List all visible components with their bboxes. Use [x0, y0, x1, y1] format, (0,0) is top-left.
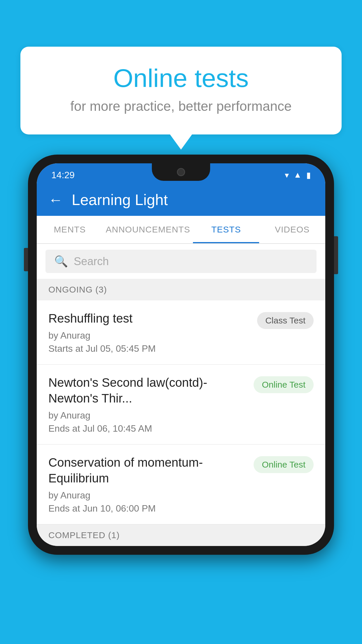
- test-badge-class: Class Test: [257, 312, 314, 329]
- test-name: Reshuffling test: [48, 311, 251, 327]
- speech-bubble-title: Online tests: [44, 64, 318, 92]
- phone-camera: [177, 168, 185, 176]
- tab-announcements[interactable]: ANNOUNCEMENTS: [103, 216, 193, 243]
- phone-side-button-left: [24, 248, 28, 271]
- phone-device: 14:29 ▾ ▲ ▮ ← Learning Light MENTS ANNOU…: [28, 155, 334, 555]
- ongoing-section-header: ONGOING (3): [37, 279, 325, 300]
- test-info: Newton's Second law(contd)-Newton's Thir…: [48, 375, 254, 434]
- tabs-container: MENTS ANNOUNCEMENTS TESTS VIDEOS: [37, 216, 325, 244]
- test-name: Conservation of momentum-Equilibrium: [48, 455, 248, 487]
- test-list: Reshuffling test by Anurag Starts at Jul…: [37, 300, 325, 524]
- test-item[interactable]: Newton's Second law(contd)-Newton's Thir…: [37, 365, 325, 444]
- ongoing-section-title: ONGOING (3): [48, 285, 107, 294]
- search-bar: 🔍 Search: [37, 244, 325, 279]
- speech-bubble: Online tests for more practice, better p…: [20, 47, 342, 134]
- search-input-wrapper[interactable]: 🔍 Search: [45, 250, 317, 273]
- phone-notch: [152, 163, 210, 181]
- signal-icon: ▲: [294, 170, 302, 180]
- tab-ments[interactable]: MENTS: [37, 216, 103, 243]
- test-time: Ends at Jul 06, 10:45 AM: [48, 423, 248, 434]
- test-info: Reshuffling test by Anurag Starts at Jul…: [48, 311, 257, 354]
- phone-wrapper: 14:29 ▾ ▲ ▮ ← Learning Light MENTS ANNOU…: [28, 155, 334, 555]
- test-author: by Anurag: [48, 410, 248, 421]
- phone-side-button-right: [334, 236, 338, 274]
- test-badge-online: Online Test: [254, 376, 314, 393]
- status-icons: ▾ ▲ ▮: [285, 170, 311, 180]
- search-icon: 🔍: [54, 255, 68, 268]
- test-author: by Anurag: [48, 490, 248, 501]
- search-input[interactable]: Search: [74, 255, 109, 268]
- back-button[interactable]: ←: [48, 191, 63, 208]
- tab-videos[interactable]: VIDEOS: [259, 216, 325, 243]
- battery-icon: ▮: [306, 170, 311, 180]
- speech-bubble-subtitle: for more practice, better performance: [44, 98, 318, 114]
- test-item[interactable]: Conservation of momentum-Equilibrium by …: [37, 444, 325, 524]
- test-badge-online: Online Test: [254, 456, 314, 473]
- completed-section-title: COMPLETED (1): [48, 530, 120, 540]
- tab-tests[interactable]: TESTS: [193, 216, 259, 243]
- test-name: Newton's Second law(contd)-Newton's Thir…: [48, 375, 248, 407]
- phone-screen: 14:29 ▾ ▲ ▮ ← Learning Light MENTS ANNOU…: [37, 163, 325, 546]
- test-item[interactable]: Reshuffling test by Anurag Starts at Jul…: [37, 300, 325, 365]
- test-author: by Anurag: [48, 330, 251, 341]
- test-time: Starts at Jul 05, 05:45 PM: [48, 343, 251, 354]
- completed-section-header: COMPLETED (1): [37, 524, 325, 546]
- test-time: Ends at Jun 10, 06:00 PM: [48, 503, 248, 514]
- app-header: ← Learning Light: [37, 184, 325, 216]
- speech-bubble-container: Online tests for more practice, better p…: [20, 47, 342, 134]
- status-time: 14:29: [51, 170, 75, 181]
- test-info: Conservation of momentum-Equilibrium by …: [48, 455, 254, 514]
- wifi-icon: ▾: [285, 170, 289, 180]
- app-title: Learning Light: [72, 191, 168, 209]
